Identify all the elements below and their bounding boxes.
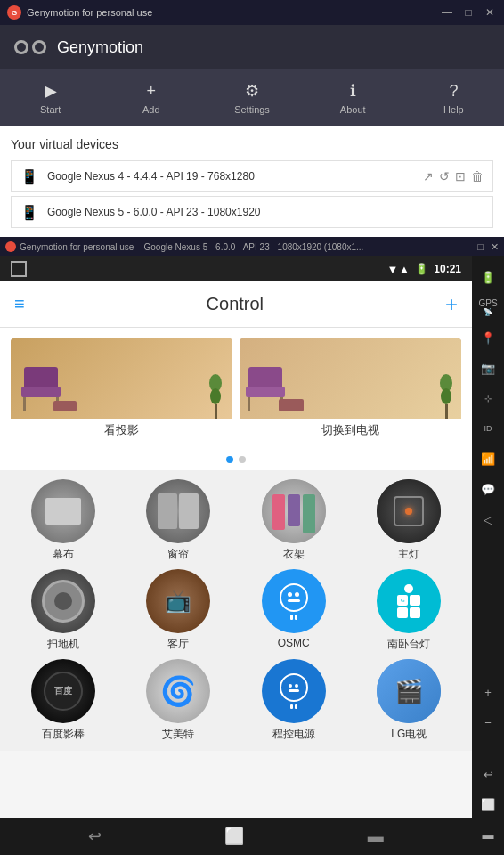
sidebar-share[interactable]: ◁: [475, 506, 501, 533]
section-title: Your virtual devices: [11, 137, 493, 151]
sidebar-camera[interactable]: 📷: [475, 354, 501, 381]
sidebar-home[interactable]: ⬜: [475, 791, 501, 818]
add-label: Add: [142, 104, 160, 115]
sidebar-location[interactable]: 📍: [475, 324, 501, 351]
grid-item-living[interactable]: 📺 客厅: [125, 569, 233, 652]
sidebar-battery[interactable]: 🔋: [475, 264, 501, 290]
grid-circle-baidu: 百度: [31, 659, 95, 723]
sidebar-back[interactable]: ↩: [475, 761, 501, 787]
device-icon-1: 📱: [20, 168, 38, 185]
dot-1: [226, 456, 233, 463]
maximize-button[interactable]: □: [461, 6, 476, 19]
minimize-button[interactable]: —: [440, 6, 454, 19]
share-button-1[interactable]: ↗: [423, 169, 434, 183]
sidebar-volume-down[interactable]: −: [475, 709, 501, 736]
screen-toggle[interactable]: [11, 261, 27, 277]
grid-circle-lgtv: 🎬: [377, 659, 441, 723]
grid-label-baidu: 百度影棒: [42, 727, 85, 742]
delete-button-1[interactable]: 🗑: [471, 169, 484, 183]
sidebar-sms[interactable]: 💬: [475, 476, 501, 502]
home-button[interactable]: ⬜: [224, 826, 244, 846]
app-icon: G: [7, 5, 21, 20]
app-title: Genymotion: [57, 38, 143, 57]
emu-maximize[interactable]: □: [477, 241, 484, 253]
toolbar-start[interactable]: ▶ Start: [0, 69, 101, 126]
hero-card-tv[interactable]: 切换到电视: [240, 338, 461, 438]
grid-item-bedlamp[interactable]: G 南卧台灯: [355, 569, 464, 652]
toolbar-settings[interactable]: ⚙ Settings: [201, 69, 302, 126]
device-actions-1: ↗ ↺ ⊡ 🗑: [423, 169, 484, 183]
help-icon: ?: [449, 82, 458, 101]
emulator-window: Genymotion for personal use – Google Nex…: [0, 237, 504, 855]
grid-item-baidu[interactable]: 百度 百度影棒: [9, 659, 118, 742]
grid-label-clothes: 衣架: [283, 547, 305, 562]
emu-app-icon: [5, 241, 16, 252]
emu-title-text: Genymotion for personal use – Google Nex…: [20, 242, 363, 252]
emu-minimize[interactable]: —: [460, 241, 470, 253]
hero-card-projection[interactable]: 看投影: [11, 338, 232, 438]
title-bar-controls: — □ ✕: [440, 6, 497, 19]
about-icon: ℹ: [350, 81, 356, 101]
hamburger-menu[interactable]: ≡: [14, 294, 25, 314]
grid-label-bedlamp: 南卧台灯: [387, 637, 430, 652]
android-add-button[interactable]: +: [445, 292, 458, 317]
grid-label-living: 客厅: [167, 637, 189, 652]
hero-img-2: [240, 338, 461, 419]
grid-label-robot: 扫地机: [47, 637, 79, 652]
main-content: Your virtual devices 📱 Google Nexus 4 - …: [0, 126, 504, 242]
grid-item-light[interactable]: 主灯: [355, 479, 464, 562]
grid-circle-living: 📺: [146, 569, 210, 633]
logo-circle-2: [32, 40, 46, 54]
grid-item-curtain[interactable]: 窗帘: [125, 479, 233, 562]
grid-item-fan[interactable]: 🌀 艾美特: [125, 659, 233, 742]
emu-title-left: Genymotion for personal use – Google Nex…: [5, 241, 363, 252]
copy-button-1[interactable]: ⊡: [455, 169, 466, 183]
hero-section: 看投影: [0, 328, 472, 449]
device-name-1: Google Nexus 4 - 4.4.4 - API 19 - 768x12…: [47, 170, 423, 183]
device-item-nexus4[interactable]: 📱 Google Nexus 4 - 4.4.4 - API 19 - 768x…: [11, 160, 493, 192]
device-item-nexus5[interactable]: 📱 Google Nexus 5 - 6.0.0 - API 23 - 1080…: [11, 196, 493, 228]
wifi-icon: ▼▲: [387, 263, 411, 276]
grid-item-osmc[interactable]: OSMC: [240, 569, 348, 652]
toolbar-add[interactable]: + Add: [101, 69, 201, 126]
emu-close[interactable]: ✕: [491, 241, 499, 253]
android-app-title: Control: [207, 294, 264, 314]
title-bar-left: G Genymotion for personal use: [7, 5, 152, 20]
sidebar-volume-up[interactable]: +: [475, 679, 501, 705]
grid-label-fan: 艾美特: [162, 727, 194, 742]
settings-label: Settings: [234, 104, 270, 115]
android-content[interactable]: 看投影: [0, 328, 472, 818]
grid-item-mubu[interactable]: 幕布: [9, 479, 118, 562]
sidebar-recents[interactable]: ▬: [475, 821, 501, 848]
grid-label-lgtv: LG电视: [391, 727, 427, 742]
grid-item-lgtv[interactable]: 🎬 LG电视: [355, 659, 464, 742]
sidebar-wifi[interactable]: 📶: [475, 445, 501, 472]
device-name-2: Google Nexus 5 - 6.0.0 - API 23 - 1080x1…: [47, 206, 484, 218]
reset-button-1[interactable]: ↺: [439, 169, 450, 183]
grid-circle-light: [377, 479, 441, 543]
toolbar-help[interactable]: ? Help: [403, 69, 504, 126]
toolbar-about[interactable]: ℹ About: [303, 69, 403, 126]
recents-button[interactable]: ▬: [368, 827, 384, 846]
toolbar: ▶ Start + Add ⚙ Settings ℹ About ? Help: [0, 69, 504, 126]
grid-item-power[interactable]: 程控电源: [240, 659, 348, 742]
main-title-bar: G Genymotion for personal use — □ ✕: [0, 0, 504, 25]
device-icon-2: 📱: [20, 204, 38, 221]
close-button[interactable]: ✕: [483, 6, 497, 19]
time-display: 10:21: [434, 263, 461, 275]
back-button[interactable]: ↩: [88, 826, 102, 846]
status-bar-left: [11, 261, 27, 277]
sidebar-gps[interactable]: GPS 📡: [475, 294, 501, 321]
sidebar-sensors[interactable]: ⊹: [475, 385, 501, 411]
grid-label-curtain: 窗帘: [167, 547, 189, 562]
grid-item-robot[interactable]: 扫地机: [9, 569, 118, 652]
grid-item-clothes[interactable]: 衣架: [240, 479, 348, 562]
dot-2: [239, 456, 246, 463]
about-label: About: [340, 104, 366, 115]
grid-circle-osmc: [262, 569, 326, 633]
grid-circle-power: [262, 659, 326, 723]
sidebar-id[interactable]: ID: [475, 415, 501, 442]
android-container: ▼▲ 🔋 10:21 ≡ Control +: [0, 256, 504, 855]
hero-img-1: [11, 338, 232, 419]
battery-icon: 🔋: [415, 263, 428, 275]
